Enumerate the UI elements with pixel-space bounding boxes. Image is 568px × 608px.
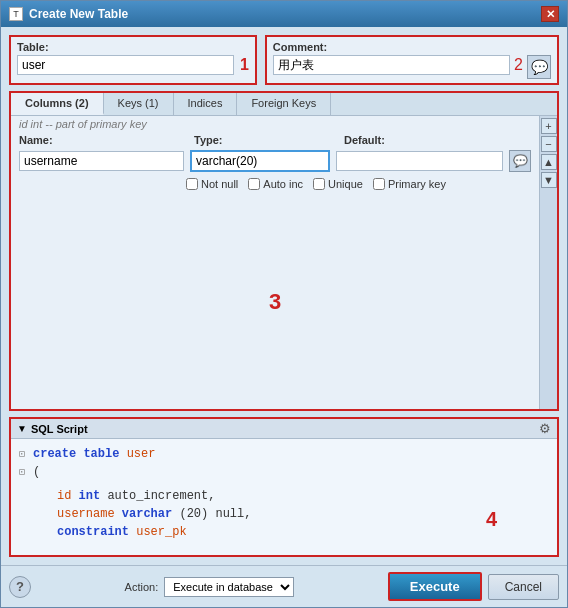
ident-user-pk: user_pk <box>136 525 186 539</box>
tab-columns[interactable]: Columns (2) <box>11 93 104 115</box>
primary-key-label: Primary key <box>388 178 446 190</box>
kw-create: create table <box>33 447 119 461</box>
sql-line-1: ⊡ create table user <box>19 445 549 463</box>
primary-key-check[interactable]: Primary key <box>373 178 446 190</box>
sql-line-2: ⊡ ( <box>19 463 549 481</box>
kw-username: username <box>57 507 115 521</box>
comment-input[interactable] <box>273 55 510 75</box>
window-title: Create New Table <box>29 7 128 21</box>
kw-id: id <box>57 489 71 503</box>
sql-toggle[interactable]: ▼ <box>17 423 27 434</box>
sql-line-5: username varchar (20) null, <box>19 505 549 523</box>
sql-gutter-1: ⊡ <box>19 447 33 462</box>
tab-keys[interactable]: Keys (1) <box>104 93 174 115</box>
comment-label: Comment: <box>273 41 523 53</box>
sql-section: ▼ SQL Script ⚙ ⊡ create table user ⊡ ( <box>9 417 559 557</box>
table-input[interactable] <box>17 55 234 75</box>
not-null-checkbox[interactable] <box>186 178 198 190</box>
tab-foreign-keys[interactable]: Foreign Keys <box>237 93 331 115</box>
scroll-up-button[interactable]: ▲ <box>541 154 557 170</box>
title-bar: T Create New Table ✕ <box>1 1 567 27</box>
unique-label: Unique <box>328 178 363 190</box>
col-comment-button[interactable]: 💬 <box>509 150 531 172</box>
table-label: Table: <box>17 41 249 53</box>
default-input[interactable] <box>336 151 503 171</box>
table-group: Table: 1 <box>9 35 257 85</box>
sql-paren-open: ( <box>33 463 40 481</box>
sql-null: null, <box>215 507 251 521</box>
table-number: 1 <box>240 56 249 74</box>
main-window: T Create New Table ✕ Table: 1 Comment: <box>0 0 568 608</box>
middle-section: Columns (2) Keys (1) Indices Foreign Key… <box>9 91 559 411</box>
sql-title-row: ▼ SQL Script <box>17 423 88 435</box>
action-group: Action: Execute in database Copy to clip… <box>125 577 295 597</box>
sql-line-6: constraint user_pk <box>19 523 549 541</box>
name-input[interactable] <box>19 151 184 171</box>
sql-code-5: username varchar (20) null, <box>33 505 251 523</box>
name-label: Name: <box>19 134 194 146</box>
window-icon: T <box>9 7 23 21</box>
checkboxes-row: Not null Auto inc Unique Primary ke <box>11 174 539 194</box>
tab-indices[interactable]: Indices <box>174 93 238 115</box>
gear-icon[interactable]: ⚙ <box>539 421 551 436</box>
middle-inner: id int -- part of primary key Name: Type… <box>11 116 557 409</box>
sql-code-1: create table user <box>33 445 155 463</box>
top-section: Table: 1 Comment: 2 💬 <box>9 35 559 85</box>
ident-user: user <box>127 447 156 461</box>
id-row: id int -- part of primary key <box>11 116 539 132</box>
help-button[interactable]: ? <box>9 576 31 598</box>
kw-varchar: varchar <box>122 507 172 521</box>
sql-content: ⊡ create table user ⊡ ( id int <box>11 439 557 555</box>
unique-check[interactable]: Unique <box>313 178 363 190</box>
type-label: Type: <box>194 134 344 146</box>
action-label: Action: <box>125 581 159 593</box>
sql-code-6: constraint user_pk <box>33 523 187 541</box>
auto-inc-label: Auto inc <box>263 178 303 190</box>
comment-button[interactable]: 💬 <box>527 55 551 79</box>
execute-button[interactable]: Execute <box>388 572 482 601</box>
middle-number-area: 3 <box>11 194 539 409</box>
scroll-down-button[interactable]: ▼ <box>541 172 557 188</box>
bottom-bar: ? Action: Execute in database Copy to cl… <box>1 565 567 607</box>
primary-key-checkbox[interactable] <box>373 178 385 190</box>
middle-number: 3 <box>269 289 281 315</box>
sql-code-4: id int auto_increment, <box>33 487 215 505</box>
remove-row-button[interactable]: − <box>541 136 557 152</box>
kw-constraint: constraint <box>57 525 129 539</box>
auto-inc-check[interactable]: Auto inc <box>248 178 303 190</box>
not-null-label: Not null <box>201 178 238 190</box>
not-null-check[interactable]: Not null <box>186 178 238 190</box>
side-controls: + − ▲ ▼ <box>539 116 557 409</box>
sql-varchar-size: (20) <box>179 507 208 521</box>
type-input[interactable] <box>190 150 330 172</box>
tabs-row: Columns (2) Keys (1) Indices Foreign Key… <box>11 93 557 116</box>
close-button[interactable]: ✕ <box>541 6 559 22</box>
comment-inner: Comment: 2 <box>273 41 523 75</box>
sql-header: ▼ SQL Script ⚙ <box>11 419 557 439</box>
sql-auto: auto_increment, <box>107 489 215 503</box>
unique-checkbox[interactable] <box>313 178 325 190</box>
action-select[interactable]: Execute in database Copy to clipboard Sa… <box>164 577 294 597</box>
title-bar-left: T Create New Table <box>9 7 128 21</box>
buttons-group: Execute Cancel <box>388 572 559 601</box>
default-label: Default: <box>344 134 531 146</box>
cancel-button[interactable]: Cancel <box>488 574 559 600</box>
sql-line-4: id int auto_increment, <box>19 487 549 505</box>
sql-title: SQL Script <box>31 423 88 435</box>
column-labels: Name: Type: Default: <box>11 132 539 148</box>
main-content: Table: 1 Comment: 2 💬 <box>1 27 567 565</box>
add-row-button[interactable]: + <box>541 118 557 134</box>
auto-inc-checkbox[interactable] <box>248 178 260 190</box>
left-bottom: ? <box>9 576 31 598</box>
comment-group: Comment: 2 💬 <box>265 35 559 85</box>
column-inputs: 💬 <box>11 148 539 174</box>
sql-gutter-2: ⊡ <box>19 465 33 480</box>
columns-content: id int -- part of primary key Name: Type… <box>11 116 539 409</box>
kw-int: int <box>79 489 101 503</box>
comment-number: 2 <box>514 56 523 74</box>
